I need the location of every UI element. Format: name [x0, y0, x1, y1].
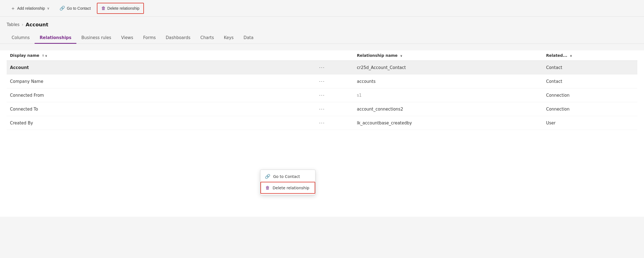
context-menu-goto[interactable]: 🔗 Go to Contact [260, 171, 315, 182]
table-row[interactable]: Account···cr25d_Account_ContactContact [7, 61, 637, 75]
sort-up-icon[interactable]: ↑ [42, 54, 44, 58]
goto-contact-button[interactable]: 🔗 Go to Contact [56, 3, 94, 14]
row-display-name: Connected To [7, 102, 291, 116]
row-relname: accounts [353, 75, 543, 88]
link-icon: 🔗 [265, 174, 270, 179]
row-relname: lk_accountbase_createdby [353, 116, 543, 130]
row-related: User [543, 116, 637, 130]
row-dots: ··· [291, 61, 354, 75]
tab-relationships[interactable]: Relationships [35, 32, 76, 44]
tab-columns[interactable]: Columns [7, 32, 35, 44]
context-menu: 🔗 Go to Contact 🗑 Delete relationship [260, 170, 315, 195]
col-dots-header [291, 50, 354, 61]
tabs: Columns Relationships Business rules Vie… [0, 29, 644, 44]
table-body: Account···cr25d_Account_ContactContactCo… [7, 61, 637, 130]
breadcrumb-parent[interactable]: Tables [7, 22, 20, 27]
context-goto-label: Go to Contact [273, 174, 300, 179]
table-row[interactable]: Company Name···accountsContact [7, 75, 637, 88]
toolbar: ＋ Add relationship ∨ 🔗 Go to Contact 🗑 D… [0, 0, 644, 17]
sort-icons-relname: ∨ [400, 54, 402, 58]
row-related: Contact [543, 75, 637, 88]
delete-relationship-button[interactable]: 🗑 Delete relationship [97, 3, 144, 14]
sort-down-icon[interactable]: ∨ [45, 54, 47, 58]
sort-icons-display: ↑ ∨ [42, 54, 47, 58]
row-dots: ··· [291, 75, 354, 88]
sort-relname-icon[interactable]: ∨ [400, 54, 402, 58]
relationships-table: Display name ↑ ∨ Relationship name ∨ Rel… [7, 50, 637, 130]
table-row[interactable]: Connected To···account_connections2Conne… [7, 102, 637, 116]
link-icon: 🔗 [60, 6, 65, 11]
row-dots: ··· [291, 88, 354, 102]
row-display-name: Created By [7, 116, 291, 130]
breadcrumb-separator: › [22, 22, 24, 27]
row-relname: account_connections2 [353, 102, 543, 116]
delete-relationship-label: Delete relationship [107, 6, 139, 11]
context-menu-delete[interactable]: 🗑 Delete relationship [260, 182, 315, 194]
table-row[interactable]: Connected From···s1Connection [7, 88, 637, 102]
main-content: Display name ↑ ∨ Relationship name ∨ Rel… [0, 50, 644, 217]
row-display-name: Connected From [7, 88, 291, 102]
more-options-button[interactable]: ··· [317, 92, 327, 99]
tab-keys[interactable]: Keys [219, 32, 239, 44]
table-row[interactable]: Created By···lk_accountbase_createdbyUse… [7, 116, 637, 130]
row-related: Connection [543, 88, 637, 102]
row-related: Contact [543, 61, 637, 75]
row-display-name: Account [7, 61, 291, 75]
row-dots: ··· [291, 102, 354, 116]
goto-contact-label: Go to Contact [67, 6, 90, 11]
col-related-header[interactable]: Related... ∨ [543, 50, 637, 61]
tab-data[interactable]: Data [239, 32, 258, 44]
more-options-button[interactable]: ··· [317, 78, 327, 85]
sort-related-icon[interactable]: ∨ [570, 54, 572, 58]
plus-icon: ＋ [11, 5, 15, 12]
add-relationship-chevron-icon: ∨ [47, 6, 50, 10]
breadcrumb-current: Account [26, 22, 48, 27]
col-relname-header[interactable]: Relationship name ∨ [353, 50, 543, 61]
tab-dashboards[interactable]: Dashboards [161, 32, 195, 44]
context-delete-label: Delete relationship [273, 186, 309, 190]
tab-views[interactable]: Views [116, 32, 138, 44]
tab-charts[interactable]: Charts [195, 32, 219, 44]
more-options-button[interactable]: ··· [317, 106, 327, 113]
tab-business-rules[interactable]: Business rules [76, 32, 116, 44]
row-relname: cr25d_Account_Contact [353, 61, 543, 75]
row-related: Connection [543, 102, 637, 116]
sort-icons-related: ∨ [570, 54, 572, 58]
trash-icon: 🗑 [265, 185, 270, 190]
more-options-button[interactable]: ··· [317, 64, 327, 71]
col-display-header[interactable]: Display name ↑ ∨ [7, 50, 291, 61]
add-relationship-label: Add relationship [17, 6, 45, 11]
tab-forms[interactable]: Forms [138, 32, 161, 44]
add-relationship-button[interactable]: ＋ Add relationship ∨ [7, 3, 53, 14]
row-dots: ··· [291, 116, 354, 130]
row-relname: s1 [353, 88, 543, 102]
more-options-button[interactable]: ··· [317, 119, 327, 126]
breadcrumb: Tables › Account [0, 17, 644, 27]
trash-icon: 🗑 [101, 6, 106, 11]
row-display-name: Company Name [7, 75, 291, 88]
